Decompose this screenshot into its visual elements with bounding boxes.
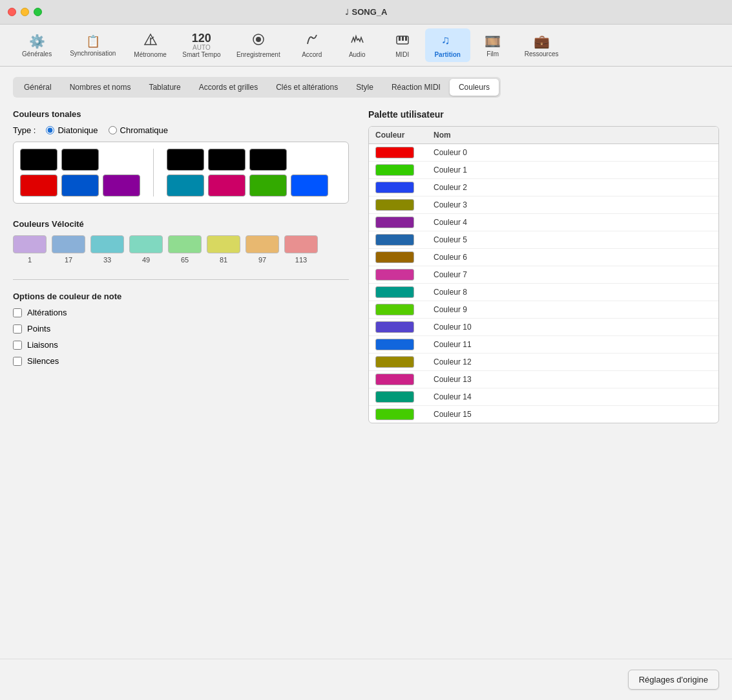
- radio-chromatique-label[interactable]: Chromatique: [109, 125, 168, 135]
- palette-row-1[interactable]: Couleur 1: [369, 162, 718, 179]
- palette-swatch-15[interactable]: [375, 408, 414, 420]
- swatch-black-4[interactable]: [208, 149, 246, 171]
- palette-swatch-14[interactable]: [375, 391, 414, 403]
- toolbar-item-partition[interactable]: ♫ Partition: [425, 28, 470, 62]
- velocity-swatch-5[interactable]: [207, 235, 240, 253]
- palette-swatch-2[interactable]: [375, 182, 414, 193]
- palette-row-0[interactable]: Couleur 0: [369, 144, 718, 162]
- palette-swatch-5[interactable]: [375, 234, 414, 246]
- toolbar-item-midi[interactable]: MIDI: [380, 28, 425, 62]
- palette-row-9[interactable]: Couleur 9: [369, 301, 718, 319]
- palette-row-6[interactable]: Couleur 6: [369, 249, 718, 266]
- radio-diatonique[interactable]: [46, 126, 54, 134]
- toolbar-item-ressources[interactable]: 💼 Ressources: [516, 30, 568, 61]
- velocity-item-4[interactable]: 65: [168, 235, 202, 264]
- velocity-swatch-0[interactable]: [13, 235, 47, 253]
- palette-swatch-8[interactable]: [375, 286, 414, 298]
- toolbar-item-film[interactable]: 🎞️ Film: [470, 30, 516, 61]
- palette-swatch-11[interactable]: [375, 339, 414, 350]
- palette-row-5[interactable]: Couleur 5: [369, 231, 718, 249]
- radio-chromatique[interactable]: [109, 126, 117, 134]
- palette-swatch-10[interactable]: [375, 321, 414, 333]
- toolbar-item-generales[interactable]: ⚙️ Générales: [13, 30, 61, 61]
- palette-row-14[interactable]: Couleur 14: [369, 388, 718, 406]
- palette-row-15[interactable]: Couleur 15: [369, 406, 718, 423]
- checkbox-alterations[interactable]: [13, 308, 22, 317]
- palette-row-11[interactable]: Couleur 11: [369, 336, 718, 354]
- toolbar-item-synchronisation[interactable]: 📋 Synchronisation: [61, 30, 125, 61]
- velocity-item-7[interactable]: 113: [284, 235, 318, 264]
- radio-diatonique-label[interactable]: Diatonique: [46, 125, 98, 135]
- checkbox-label-liaisons[interactable]: Liaisons: [13, 340, 349, 350]
- tab-style[interactable]: Style: [347, 79, 382, 96]
- col-couleur: Couleur: [375, 131, 434, 140]
- swatch-black-5[interactable]: [249, 149, 287, 171]
- velocity-item-0[interactable]: 1: [13, 235, 47, 264]
- swatch-green[interactable]: [249, 175, 287, 196]
- toolbar-item-accord[interactable]: Accord: [289, 28, 335, 62]
- palette-row-4[interactable]: Couleur 4: [369, 214, 718, 231]
- velocity-swatch-2[interactable]: [90, 235, 124, 253]
- toolbar-item-metronome[interactable]: Métronome: [125, 28, 176, 62]
- swatch-navy[interactable]: [291, 175, 328, 196]
- couleurs-velocite-title: Couleurs Vélocité: [13, 219, 349, 229]
- swatch-teal[interactable]: [167, 175, 204, 196]
- palette-row-2[interactable]: Couleur 2: [369, 179, 718, 196]
- toolbar-item-smart-tempo[interactable]: 120 AUTO Smart Tempo: [176, 30, 227, 61]
- swatch-black-3[interactable]: [167, 149, 204, 171]
- checkbox-silences[interactable]: [13, 357, 22, 366]
- checkbox-label-silences[interactable]: Silences: [13, 356, 349, 366]
- palette-name-5: Couleur 5: [434, 235, 712, 244]
- maximize-button[interactable]: [34, 8, 42, 16]
- velocity-swatch-7[interactable]: [284, 235, 318, 253]
- velocity-item-1[interactable]: 17: [52, 235, 85, 264]
- tab-reaction-midi[interactable]: Réaction MIDI: [382, 79, 450, 96]
- reset-button[interactable]: Réglages d'origine: [628, 670, 719, 690]
- tab-couleurs[interactable]: Couleurs: [450, 79, 499, 96]
- velocity-item-3[interactable]: 49: [129, 235, 163, 264]
- swatch-blue[interactable]: [61, 175, 99, 196]
- velocity-item-2[interactable]: 33: [90, 235, 124, 264]
- velocity-swatch-4[interactable]: [168, 235, 202, 253]
- toolbar-item-enregistrement[interactable]: Enregistrement: [227, 28, 289, 62]
- palette-row-13[interactable]: Couleur 13: [369, 371, 718, 388]
- palette-swatch-12[interactable]: [375, 356, 414, 368]
- checkbox-liaisons[interactable]: [13, 341, 22, 350]
- tab-general[interactable]: Général: [15, 79, 61, 96]
- tab-nombres-noms[interactable]: Nombres et noms: [61, 79, 140, 96]
- checkbox-points[interactable]: [13, 324, 22, 334]
- swatch-magenta[interactable]: [208, 175, 246, 196]
- checkbox-label-points[interactable]: Points: [13, 324, 349, 334]
- palette-swatch-0[interactable]: [375, 147, 414, 158]
- toolbar-item-audio[interactable]: Audio: [335, 28, 380, 62]
- palette-swatch-13[interactable]: [375, 374, 414, 385]
- palette-swatch-1[interactable]: [375, 164, 414, 176]
- velocity-swatch-3[interactable]: [129, 235, 163, 253]
- palette-row-3[interactable]: Couleur 3: [369, 196, 718, 214]
- palette-swatch-9[interactable]: [375, 304, 414, 315]
- palette-swatch-3[interactable]: [375, 199, 414, 211]
- palette-swatch-7[interactable]: [375, 269, 414, 281]
- couleurs-velocite-section: Couleurs Vélocité 1 17 33 49 65 81 97 11…: [13, 219, 349, 264]
- palette-row-8[interactable]: Couleur 8: [369, 284, 718, 301]
- swatch-black-2[interactable]: [61, 149, 99, 171]
- close-button[interactable]: [8, 8, 16, 16]
- palette-row-10[interactable]: Couleur 10: [369, 319, 718, 336]
- palette-color-cell-7: [375, 269, 434, 281]
- checkbox-label-alterations[interactable]: Altérations: [13, 308, 349, 317]
- tab-cles-alterations[interactable]: Clés et altérations: [267, 79, 347, 96]
- velocity-item-5[interactable]: 81: [207, 235, 240, 264]
- palette-swatch-6[interactable]: [375, 251, 414, 263]
- tab-tablature[interactable]: Tablature: [140, 79, 189, 96]
- minimize-button[interactable]: [21, 8, 29, 16]
- swatch-black-1[interactable]: [20, 149, 58, 171]
- palette-row-7[interactable]: Couleur 7: [369, 266, 718, 284]
- tab-accords-grilles[interactable]: Accords et grilles: [190, 79, 267, 96]
- velocity-swatch-6[interactable]: [246, 235, 279, 253]
- velocity-item-6[interactable]: 97: [246, 235, 279, 264]
- swatch-purple[interactable]: [103, 175, 140, 196]
- velocity-swatch-1[interactable]: [52, 235, 85, 253]
- palette-row-12[interactable]: Couleur 12: [369, 354, 718, 371]
- swatch-red[interactable]: [20, 175, 58, 196]
- palette-swatch-4[interactable]: [375, 217, 414, 228]
